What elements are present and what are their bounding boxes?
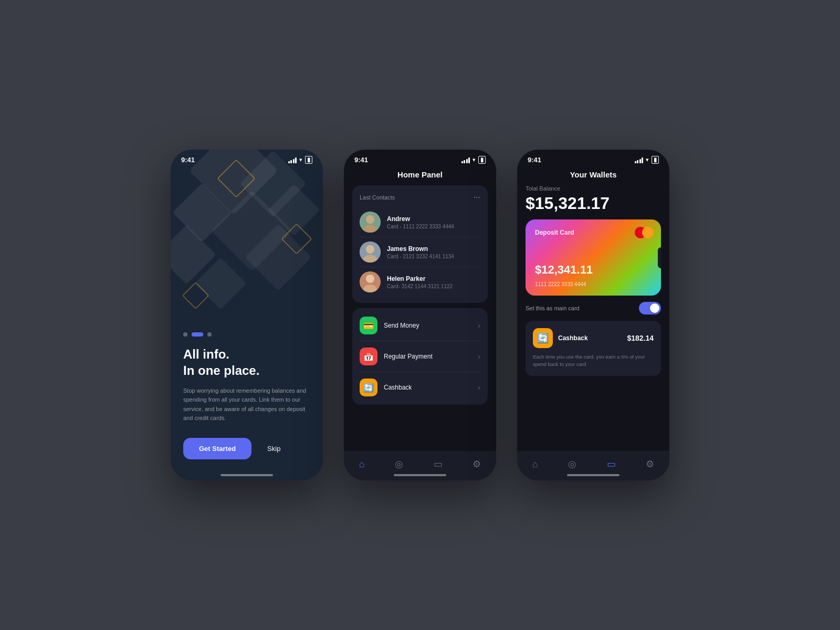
status-icons-2: ▾ ▮: [461, 156, 486, 164]
cashback-top: 🔄 Cashback $182.14: [533, 328, 654, 348]
pagination-dots: [183, 332, 310, 337]
contact-item-andrew[interactable]: Andrew Card - 1111 2222 3333 4444: [360, 208, 480, 236]
home-indicator-3: [567, 474, 620, 476]
onboarding-background: [171, 150, 323, 332]
get-started-button[interactable]: Get Started: [183, 438, 251, 459]
deposit-card[interactable]: Deposit Card $12,341.11 1111 2222 3333 4…: [526, 219, 661, 296]
contacts-header: Last Contacts ···: [360, 193, 480, 202]
wifi-icon-3: ▾: [646, 156, 649, 163]
send-money-label: Send Money: [384, 322, 471, 329]
contact-item-helen[interactable]: Helen Parker Card- 3142 1144 3121 1122: [360, 268, 480, 296]
onboarding-content: All info. In one place. Stop worrying ab…: [171, 332, 323, 480]
nav-chart-3[interactable]: ◎: [563, 456, 582, 472]
send-money-chevron: ›: [478, 321, 480, 330]
deposit-card-number: 1111 2222 3333 4444: [535, 281, 586, 287]
send-money-icon: 💳: [360, 317, 377, 334]
nav-chart-2[interactable]: ◎: [390, 456, 408, 472]
svg-point-18: [366, 275, 374, 283]
main-card-toggle[interactable]: [639, 302, 661, 314]
phone-home-panel: 9:41 ▾ ▮ Home Panel Last Contacts ···: [344, 150, 496, 480]
toggle-knob: [650, 303, 659, 313]
signal-icon-2: [461, 157, 470, 163]
dot-2: [192, 332, 203, 337]
phone-onboarding: 9:41 ▾ ▮: [171, 150, 323, 480]
contact-name-james: James Brown: [387, 245, 480, 253]
nav-settings-2[interactable]: ⚙: [467, 456, 486, 472]
action-cashback[interactable]: 🔄 Cashback ›: [360, 372, 480, 403]
cashback-description: Each time you use the card, you earn a 5…: [533, 353, 654, 369]
skip-button[interactable]: Skip: [267, 445, 280, 453]
contact-divider-1: [360, 237, 480, 237]
total-balance-section: Total Balance $15,321.17: [526, 185, 661, 213]
cashback-card-amount: $182.14: [627, 334, 654, 342]
onboarding-actions: Get Started Skip: [183, 438, 310, 459]
deposit-card-label: Deposit Card: [535, 229, 652, 236]
signal-icon-3: [635, 157, 644, 163]
mc-orange-circle: [642, 227, 654, 238]
cashback-card-label: Cashback: [558, 334, 622, 342]
wallets-content: Total Balance $15,321.17 Deposit Card $1…: [517, 185, 669, 451]
more-menu-button[interactable]: ···: [474, 193, 480, 202]
status-time-2: 9:41: [354, 156, 368, 164]
contact-card-james: Card - 2121 3232 4141 1134: [387, 254, 480, 259]
card-slider-indicator: [658, 247, 661, 268]
dot-3: [207, 332, 212, 337]
contact-item-james[interactable]: James Brown Card - 2121 3232 4141 1134: [360, 238, 480, 266]
status-bar-2: 9:41 ▾ ▮: [344, 150, 496, 168]
status-bar-3: 9:41 ▾ ▮: [517, 150, 669, 168]
regular-payment-label: Regular Payment: [384, 353, 471, 360]
avatar-andrew: [360, 212, 381, 233]
main-card-label: Set this as main card: [526, 305, 580, 311]
svg-point-12: [366, 215, 374, 224]
balance-label: Total Balance: [526, 185, 661, 192]
contact-info-james: James Brown Card - 2121 3232 4141 1134: [387, 245, 480, 259]
home-panel-content: Last Contacts ··· Andrew Card - 11: [344, 185, 496, 451]
nav-card-2[interactable]: ▭: [428, 456, 448, 472]
cashback-card: 🔄 Cashback $182.14 Each time you use the…: [526, 321, 661, 376]
avatar-helen: [360, 271, 381, 292]
svg-point-15: [366, 245, 374, 254]
contact-card-helen: Card- 3142 1144 3121 1122: [387, 284, 480, 289]
contact-info-andrew: Andrew Card - 1111 2222 3333 4444: [387, 215, 480, 229]
contact-name-andrew: Andrew: [387, 215, 480, 223]
contacts-section: Last Contacts ··· Andrew Card - 11: [352, 185, 488, 303]
cashback-icon: 🔄: [360, 379, 377, 396]
wifi-icon-2: ▾: [472, 156, 476, 163]
action-regular-payment[interactable]: 📅 Regular Payment ›: [360, 341, 480, 372]
deposit-card-amount: $12,341.11: [535, 263, 593, 277]
battery-icon-2: ▮: [478, 156, 486, 164]
battery-icon-3: ▮: [652, 156, 659, 164]
panel-header: Home Panel: [344, 168, 496, 185]
mastercard-logo: [635, 227, 654, 238]
cashback-icon-wrap: 🔄: [533, 328, 553, 348]
avatar-james-svg: [360, 242, 381, 262]
actions-section: 💳 Send Money › 📅 Regular Payment › 🔄 Cas…: [352, 308, 488, 405]
phones-container: 9:41 ▾ ▮: [171, 150, 669, 480]
onboarding-description: Stop worrying about remembering balances…: [183, 386, 310, 423]
cashback-label: Cashback: [384, 384, 471, 391]
onboarding-title: All info. In one place.: [183, 346, 310, 379]
home-indicator-2: [394, 474, 446, 476]
contact-divider-2: [360, 267, 480, 267]
dot-1: [183, 332, 187, 337]
nav-settings-3[interactable]: ⚙: [640, 456, 659, 472]
contact-name-helen: Helen Parker: [387, 275, 480, 282]
status-icons-3: ▾ ▮: [635, 156, 659, 164]
avatar-helen-svg: [360, 271, 381, 292]
nav-card-3[interactable]: ▭: [602, 456, 621, 472]
nav-home-3[interactable]: ⌂: [527, 457, 543, 472]
contact-info-helen: Helen Parker Card- 3142 1144 3121 1122: [387, 275, 480, 289]
nav-home-2[interactable]: ⌂: [354, 457, 370, 472]
balance-amount: $15,321.17: [526, 194, 661, 213]
main-card-toggle-row: Set this as main card: [526, 302, 661, 314]
contact-card-andrew: Card - 1111 2222 3333 4444: [387, 224, 480, 229]
action-send-money[interactable]: 💳 Send Money ›: [360, 310, 480, 341]
home-indicator-1: [220, 474, 273, 476]
wallets-header: Your Wallets: [517, 168, 669, 185]
status-time-3: 9:41: [528, 156, 541, 164]
regular-payment-icon: 📅: [360, 348, 377, 365]
avatar-andrew-svg: [360, 212, 381, 233]
phone-wallets: 9:41 ▾ ▮ Your Wallets Total Balance $15,…: [517, 150, 669, 480]
regular-payment-chevron: ›: [478, 352, 480, 361]
avatar-james: [360, 242, 381, 262]
